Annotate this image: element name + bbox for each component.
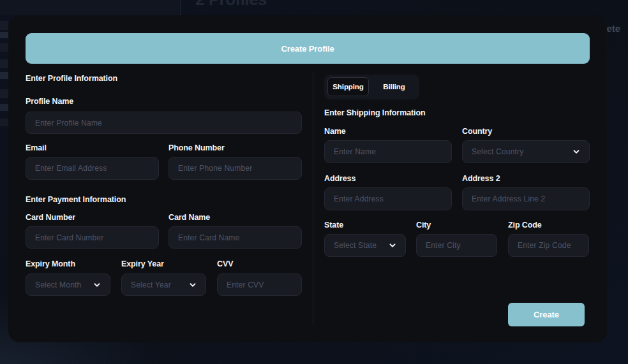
tab-billing[interactable]: Billing [373,77,415,96]
create-profile-modal: Create Profile Enter Profile Information… [8,15,607,342]
email-input[interactable] [26,157,159,180]
zip-code-label: Zip Code [508,221,542,229]
cvv-input[interactable] [217,273,302,296]
shipping-name-label: Name [324,127,346,136]
card-name-label: Card Name [168,213,210,222]
phone-number-input[interactable] [168,157,302,180]
background-list-row [0,89,8,98]
expiry-year-value: Select Year [131,280,171,289]
state-value: Select State [334,241,377,250]
profiles-count-heading: 2 Profiles [195,0,267,10]
background-list-row [0,32,8,38]
address2-label: Address 2 [462,174,500,183]
country-select[interactable]: Select Country [462,140,590,163]
profile-name-input[interactable] [26,112,302,134]
background-list-row [0,119,8,126]
column-divider [313,71,313,325]
expiry-month-value: Select Month [35,280,81,289]
address-tabs: Shipping Billing [324,75,419,99]
background-list-row [0,21,8,30]
background-list-row [0,72,8,79]
card-number-label: Card Number [26,213,75,222]
cvv-label: CVV [217,259,233,268]
chevron-down-icon [572,147,581,156]
payment-section-title: Enter Payment Information [26,195,126,204]
expiry-year-label: Expiry Year [121,259,164,268]
address-label: Address [324,174,355,183]
zip-code-input[interactable] [508,234,589,257]
card-number-input[interactable] [26,226,159,249]
country-label: Country [462,127,492,136]
city-input[interactable] [416,234,497,257]
address2-input[interactable] [462,187,590,210]
background-list-row [0,104,8,111]
background-panel-strip [0,0,180,15]
state-select[interactable]: Select State [324,234,406,257]
chevron-down-icon [388,241,397,250]
background-list-row [0,43,8,52]
shipping-section-title: Enter Shipping Information [324,108,426,117]
profile-name-label: Profile Name [26,97,73,106]
country-value: Select Country [472,147,524,156]
phone-number-label: Phone Number [168,143,225,152]
tab-shipping[interactable]: Shipping [327,77,369,96]
expiry-month-select[interactable]: Select Month [26,273,110,296]
create-profile-header: Create Profile [26,33,590,64]
city-label: City [416,221,431,229]
email-label: Email [26,143,47,152]
shipping-name-input[interactable] [324,140,452,163]
chevron-down-icon [93,280,101,289]
state-label: State [324,221,343,229]
address-input[interactable] [324,187,452,210]
expiry-year-select[interactable]: Select Year [121,273,206,296]
background-list-row [0,59,8,68]
create-button[interactable]: Create [508,303,585,326]
card-name-input[interactable] [168,226,302,249]
chevron-down-icon [188,280,197,289]
expiry-month-label: Expiry Month [26,259,75,268]
profile-section-title: Enter Profile Information [26,74,117,83]
